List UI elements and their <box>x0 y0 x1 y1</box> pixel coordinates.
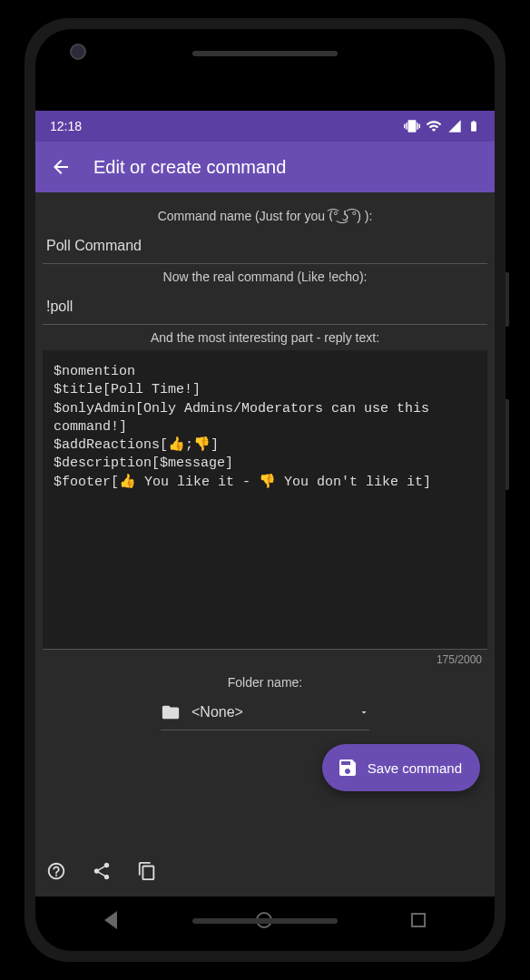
status-icons <box>404 118 480 134</box>
phone-side-button <box>505 272 509 327</box>
chevron-down-icon <box>358 707 369 718</box>
status-time: 12:18 <box>50 119 82 133</box>
front-camera <box>70 44 86 60</box>
reply-text-label: And the most interesting part - reply te… <box>43 325 487 350</box>
bottom-toolbar <box>35 846 495 897</box>
share-icon[interactable] <box>92 861 112 881</box>
nav-recent-button[interactable] <box>411 913 426 927</box>
folder-selector[interactable]: <None> <box>161 695 369 730</box>
folder-value: <None> <box>191 704 348 720</box>
help-icon[interactable] <box>46 861 66 881</box>
save-icon <box>337 757 358 779</box>
char-count: 175/2000 <box>43 650 487 670</box>
app-screen: 12:18 Edit or create command Command nam… <box>35 111 495 897</box>
vibrate-icon <box>404 118 420 134</box>
content-area: Command name (Just for you (͡° ͜ʖ ͡°) ):… <box>35 192 495 846</box>
status-bar: 12:18 <box>35 111 495 142</box>
battery-icon <box>467 118 480 134</box>
page-title: Edit or create command <box>93 157 286 178</box>
phone-side-button <box>505 399 509 490</box>
real-command-input[interactable] <box>43 289 487 325</box>
phone-bottom-speaker <box>192 918 338 924</box>
nav-back-button[interactable] <box>104 911 117 929</box>
reply-text-input[interactable]: $nomention $title[Poll Time!] $onlyAdmin… <box>43 350 487 650</box>
phone-frame: 12:18 Edit or create command Command nam… <box>25 18 505 962</box>
wifi-icon <box>426 118 442 134</box>
back-arrow-icon[interactable] <box>50 156 72 178</box>
app-bar: Edit or create command <box>35 142 495 192</box>
save-button-label: Save command <box>368 760 462 776</box>
phone-speaker <box>192 51 338 56</box>
command-name-label: Command name (Just for you (͡° ͜ʖ ͡°) ): <box>43 203 487 229</box>
copy-icon[interactable] <box>137 861 157 881</box>
folder-name-label: Folder name: <box>43 670 487 695</box>
save-command-button[interactable]: Save command <box>322 744 480 791</box>
command-name-input[interactable] <box>43 229 487 264</box>
real-command-label: Now the real command (Like !echo): <box>43 264 487 289</box>
signal-icon <box>447 119 462 133</box>
folder-icon <box>161 702 181 722</box>
